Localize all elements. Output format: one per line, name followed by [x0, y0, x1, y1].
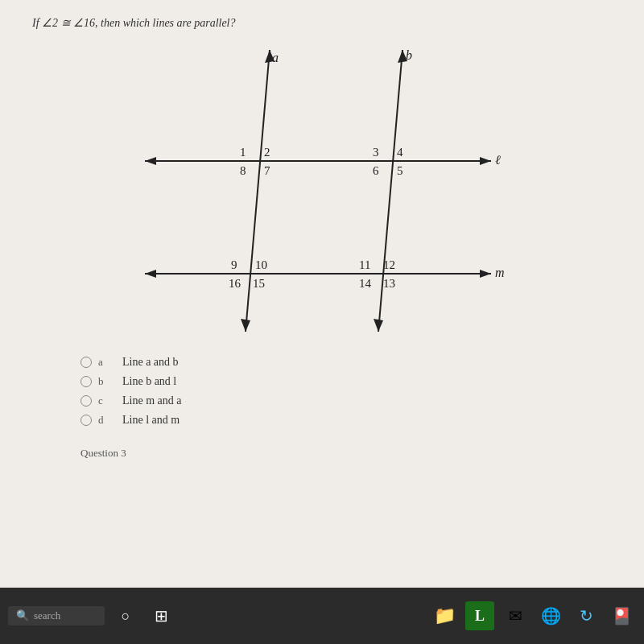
option-a[interactable]: a Line a and b: [80, 356, 612, 369]
angle-9: 9: [231, 258, 237, 271]
search-icon: 🔍: [16, 609, 29, 622]
angle-5: 5: [397, 164, 403, 177]
letter-b: b: [98, 375, 114, 388]
angle-10: 10: [255, 258, 267, 271]
taskbar: 🔍 search ○ ⊞ 📁 L ✉ 🌐 ↻ 🎴: [0, 588, 644, 644]
taskbar-l-icon[interactable]: L: [465, 601, 494, 630]
angle-6: 6: [373, 164, 379, 177]
angle-14: 14: [359, 277, 372, 290]
taskbar-app-icon[interactable]: 🎴: [607, 601, 636, 630]
taskbar-refresh-icon[interactable]: ↻: [572, 601, 601, 630]
angle-1: 1: [240, 146, 246, 159]
taskbar-circle-btn[interactable]: ○: [111, 601, 140, 630]
answer-section: a Line a and b b Line b and l c Line m a…: [32, 356, 612, 427]
angle-13: 13: [383, 277, 395, 290]
radio-b[interactable]: [80, 376, 92, 387]
angle-2: 2: [264, 146, 270, 159]
label-l: ℓ: [495, 153, 501, 167]
svg-marker-4: [145, 270, 156, 278]
letter-a: a: [98, 356, 114, 369]
angle-16: 16: [229, 277, 242, 290]
content-area: If ∠2 ≅ ∠16, then which lines are parall…: [0, 0, 644, 588]
svg-marker-1: [145, 157, 156, 165]
label-b: b: [406, 48, 412, 62]
taskbar-folder-icon[interactable]: 📁: [430, 601, 459, 630]
letter-c: c: [98, 394, 114, 407]
angle-12: 12: [383, 258, 395, 271]
question-text: If ∠2 ≅ ∠16, then which lines are parall…: [32, 16, 612, 30]
angle-8: 8: [240, 164, 246, 177]
letter-d: d: [98, 414, 114, 427]
angle-15: 15: [253, 277, 265, 290]
text-c: Line m and a: [122, 394, 181, 407]
search-bar[interactable]: 🔍 search: [8, 606, 105, 625]
angle-11: 11: [359, 258, 370, 271]
diagram-container: a b ℓ m 1 2 8 7 3 4 6 5 9 10 16 15: [121, 42, 523, 348]
angle-4: 4: [397, 146, 403, 159]
taskbar-grid-btn[interactable]: ⊞: [147, 601, 175, 630]
radio-a[interactable]: [80, 357, 92, 368]
svg-marker-2: [480, 157, 491, 165]
angle-3: 3: [373, 146, 379, 159]
svg-marker-8: [241, 319, 250, 332]
svg-marker-11: [374, 319, 383, 332]
radio-c[interactable]: [80, 395, 92, 407]
taskbar-edge-icon[interactable]: 🌐: [536, 601, 565, 630]
option-b[interactable]: b Line b and l: [80, 375, 612, 388]
text-a: Line a and b: [122, 356, 179, 369]
angle-7: 7: [264, 164, 270, 177]
svg-marker-5: [480, 270, 491, 278]
label-a: a: [272, 51, 279, 64]
search-label: search: [34, 609, 60, 622]
taskbar-email-icon[interactable]: ✉: [501, 601, 530, 630]
option-d[interactable]: d Line l and m: [80, 414, 612, 427]
label-m: m: [495, 266, 505, 279]
radio-d[interactable]: [80, 415, 92, 426]
text-d: Line l and m: [122, 414, 180, 427]
diagram-svg: a b ℓ m 1 2 8 7 3 4 6 5 9 10 16 15: [121, 42, 523, 348]
option-c[interactable]: c Line m and a: [80, 394, 612, 407]
question-next-label: Question 3: [32, 447, 612, 460]
text-b: Line b and l: [122, 375, 176, 388]
